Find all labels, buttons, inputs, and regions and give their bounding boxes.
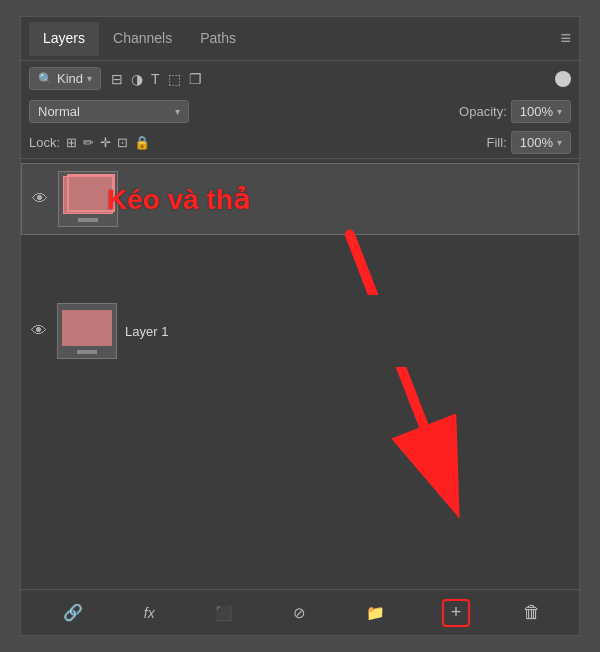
lock-row: Lock: ⊞ ✏ ✛ ⊡ 🔒 Fill: 100% ▾ [21,127,579,159]
layer1-thumbnail [57,303,117,359]
fill-label: Fill: [487,135,507,150]
opacity-label: Opacity: [459,104,507,119]
opacity-value: 100% [520,104,553,119]
type-filter-icon[interactable]: T [151,71,160,87]
tab-layers[interactable]: Layers [29,22,99,56]
no-entry-icon[interactable]: ⊘ [289,602,310,624]
tab-paths[interactable]: Paths [186,22,250,56]
fill-select[interactable]: 100% ▾ [511,131,571,154]
bottom-toolbar: 🔗 fx ⬛ ⊘ 📁 + 🗑 [21,589,579,635]
smart-filter-icon[interactable]: ❐ [189,71,202,87]
delete-layer-icon[interactable]: 🗑 [523,602,541,623]
panel-menu-icon[interactable]: ≡ [560,28,571,49]
drag-instruction-text: Kéo và thả [107,183,250,216]
thumb1-fill [62,310,112,346]
tab-channels[interactable]: Channels [99,22,186,56]
toggle-filter-icon[interactable] [555,71,571,87]
adjust-filter-icon[interactable]: ◑ [131,71,143,87]
opacity-chevron-icon: ▾ [557,106,562,117]
opacity-group: Opacity: 100% ▾ [459,100,571,123]
lock-image-icon[interactable]: ✏ [83,135,94,150]
blend-mode-select[interactable]: Normal ▾ [29,100,189,123]
layer1-name: Layer 1 [125,324,168,339]
folder-icon[interactable]: 📁 [362,602,389,624]
thumb-monitor-bar [59,214,117,226]
thumb-monitor-leg [78,218,98,222]
filter-row: 🔍 Kind ▾ ⊟ ◑ T ⬚ ❐ [21,61,579,96]
lock-transparency-icon[interactable]: ⊞ [66,135,77,150]
link-layers-icon[interactable]: 🔗 [59,601,87,624]
new-layer-plus-icon: + [451,602,462,623]
fill-group: Fill: 100% ▾ [487,131,571,154]
layer-1-row[interactable]: 👁 Layer 1 [21,295,579,367]
blend-mode-label: Normal [38,104,80,119]
kind-filter-select[interactable]: 🔍 Kind ▾ [29,67,101,90]
thumb1-bar [58,346,116,358]
kind-label: Kind [57,71,83,86]
adjustment-layer-icon[interactable]: ⬛ [211,603,236,623]
lock-all-icon[interactable]: 🔒 [134,135,150,150]
lock-icons: ⊞ ✏ ✛ ⊡ 🔒 [66,135,150,150]
blend-chevron-icon: ▾ [175,106,180,117]
filter-icons: ⊟ ◑ T ⬚ ❐ [111,71,202,87]
fill-chevron-icon: ▾ [557,137,562,148]
shape-filter-icon[interactable]: ⬚ [168,71,181,87]
layers-panel: Layers Channels Paths ≡ 🔍 Kind ▾ ⊟ ◑ T ⬚… [20,16,580,636]
layers-area: 👁 Kéo và thả 👁 [21,159,579,589]
search-icon: 🔍 [38,72,53,86]
kind-chevron-icon: ▾ [87,73,92,84]
dragging-layer-row[interactable]: 👁 Kéo và thả [21,163,579,235]
tab-bar: Layers Channels Paths ≡ [21,17,579,61]
new-layer-button[interactable]: + [442,599,470,627]
blend-mode-row: Normal ▾ Opacity: 100% ▾ [21,96,579,127]
lock-artboard-icon[interactable]: ⊡ [117,135,128,150]
opacity-select[interactable]: 100% ▾ [511,100,571,123]
layer-visibility-icon[interactable]: 👁 [30,190,50,208]
fill-value: 100% [520,135,553,150]
fx-icon[interactable]: fx [140,603,159,623]
layer1-visibility-icon[interactable]: 👁 [29,322,49,340]
lock-move-icon[interactable]: ✛ [100,135,111,150]
lock-label: Lock: [29,135,60,150]
thumb1-leg [77,350,97,354]
pixel-filter-icon[interactable]: ⊟ [111,71,123,87]
